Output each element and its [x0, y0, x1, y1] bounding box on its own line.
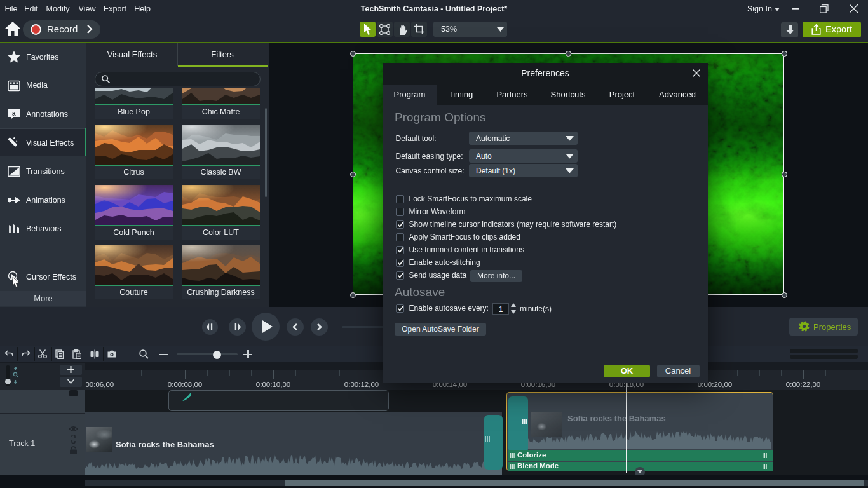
svg-text:a: a	[12, 110, 16, 117]
